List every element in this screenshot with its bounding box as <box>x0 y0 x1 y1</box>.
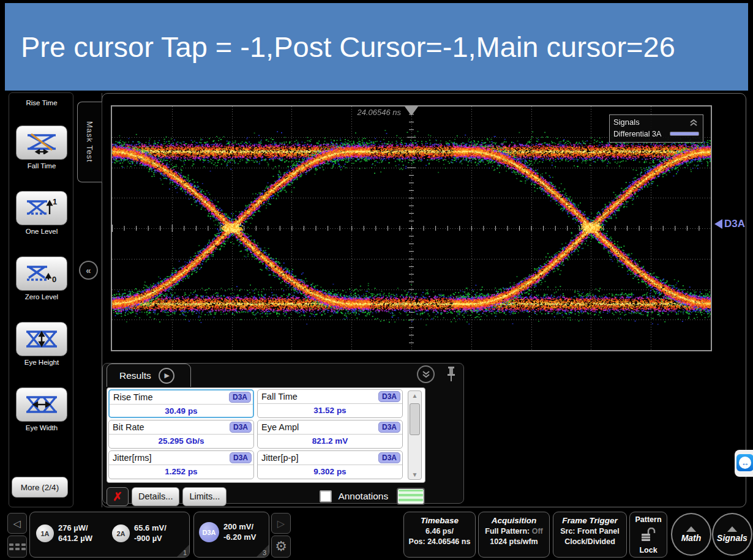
acquisition-points: 1024 pts/wfm <box>479 537 549 546</box>
oscilloscope-screen: Pre cursor Tap = -1,Post Cursor=-1,Main … <box>0 0 753 560</box>
remote-access-flyout[interactable]: ↔ <box>735 450 753 477</box>
channel-marker-label: D3A <box>724 218 745 230</box>
channel-status-panel-2[interactable]: D3A 200 mV/ -6.20 mV 3 <box>193 512 269 558</box>
tab-results[interactable]: Results ▶ <box>107 364 191 387</box>
one-level-icon: 1 <box>24 196 59 220</box>
run-measurements-button[interactable]: ▶ <box>159 368 174 384</box>
sidebar-item-eye-width[interactable]: Eye Width <box>9 387 74 431</box>
zero-level-icon: 0 <box>24 262 59 285</box>
play-icon: ▶ <box>164 371 169 379</box>
source-badge: D3A <box>230 452 252 463</box>
channel-d3a-status[interactable]: D3A 200 mV/ -6.20 mV <box>199 522 256 543</box>
measurement-value: 1.252 ps <box>109 465 253 479</box>
measurement-name: Eye Ampl <box>261 422 299 432</box>
measurement-value: 25.295 Gb/s <box>109 435 253 448</box>
fall-time-button[interactable] <box>16 125 67 160</box>
eye-diagram-plot[interactable]: 24.06546 ns Signals Differential 3A <box>111 105 712 351</box>
panel-page-number: 3 <box>263 549 266 556</box>
pattern-lock-button[interactable]: Pattern Lock <box>629 512 667 558</box>
measurement-cell-fall-time[interactable]: Fall TimeD3A 31.52 ps <box>257 389 403 418</box>
channel-level-marker[interactable]: D3A <box>714 218 745 230</box>
source-badge: D3A <box>378 422 400 433</box>
measurement-cell-rise-time[interactable]: Rise TimeD3A 30.49 ps <box>108 389 254 418</box>
channel-scale: 200 mV/ <box>223 522 253 531</box>
channel-2a-icon[interactable]: 2A <box>112 525 130 542</box>
zero-level-button[interactable]: 0 <box>16 256 67 291</box>
channel-1a-icon[interactable]: 1A <box>36 525 54 542</box>
channel-d3a-icon[interactable]: D3A <box>199 522 219 542</box>
scroll-channels-right-button[interactable]: ▷ <box>271 513 291 534</box>
scroll-up-icon[interactable]: ▲ <box>408 392 421 399</box>
details-button[interactable]: Details... <box>132 487 179 506</box>
sidebar-item-label: Eye Width <box>9 424 74 431</box>
measurement-name: Fall Time <box>261 392 298 401</box>
source-badge: D3A <box>229 392 251 403</box>
delete-measurement-button[interactable]: ✗ <box>107 487 129 506</box>
annotations-checkbox[interactable] <box>320 490 332 502</box>
measurement-value: 9.302 ps <box>258 465 402 479</box>
channel-scale: 276 µW/ <box>58 523 88 532</box>
results-grid: Rise TimeD3A 30.49 ps Fall TimeD3A 31.52… <box>107 387 425 483</box>
source-badge: D3A <box>230 422 252 433</box>
limits-button[interactable]: Limits... <box>182 487 227 506</box>
measurement-name: Jitter[p-p] <box>261 453 298 463</box>
signals-legend[interactable]: Signals Differential 3A <box>609 114 703 143</box>
lock-open-icon <box>640 528 656 542</box>
measurement-name: Rise Time <box>113 392 152 402</box>
scroll-down-icon[interactable]: ▼ <box>408 471 421 478</box>
settings-button[interactable]: ⚙ <box>271 536 291 558</box>
tab-mask-test[interactable]: Mask Test <box>77 102 102 182</box>
sidebar-item-one-level[interactable]: 1 One Level <box>9 191 74 235</box>
math-menu-button[interactable]: Math <box>671 513 711 556</box>
full-pattern-state: Off <box>532 527 543 536</box>
signals-menu-button[interactable]: Signals <box>712 513 752 556</box>
results-scrollbar[interactable]: ▲ ▼ <box>408 390 422 480</box>
sidebar-item-label: Fall Time <box>9 162 74 170</box>
sidebar-item-label: Eye Height <box>9 359 74 366</box>
eye-diagram-canvas[interactable] <box>112 106 711 350</box>
source-badge: D3A <box>378 391 400 402</box>
pin-icon[interactable] <box>446 366 456 382</box>
eye-width-button[interactable] <box>16 387 67 422</box>
sidebar-collapse-button[interactable]: « <box>79 261 98 280</box>
timebase-marker-icon[interactable] <box>405 106 418 116</box>
timebase-panel[interactable]: Timebase 6.46 ps/ Pos: 24.06546 ns <box>403 512 476 558</box>
acquisition-title: Acquisition <box>479 516 549 525</box>
scroll-channels-left-button[interactable]: ◁ <box>7 513 27 534</box>
svg-text:0: 0 <box>52 275 56 284</box>
measurement-cell-bit-rate[interactable]: Bit RateD3A 25.295 Gb/s <box>108 420 254 449</box>
scrollbar-thumb[interactable] <box>410 403 420 435</box>
timebase-position: Pos: 24.06546 ns <box>404 537 475 546</box>
sidebar-item-label: One Level <box>9 228 74 235</box>
fall-time-icon <box>24 131 59 154</box>
frame-trigger-mode: Clock/Divided <box>553 537 626 546</box>
more-measurements-button[interactable]: More (2/4) <box>12 477 68 498</box>
sidebar-item-zero-level[interactable]: 0 Zero Level <box>9 256 74 301</box>
sidebar-item-eye-height[interactable]: Eye Height <box>9 322 74 366</box>
frame-trigger-panel[interactable]: Frame Trigger Src: Front Panel Clock/Div… <box>553 512 627 558</box>
channel-grid-button[interactable] <box>7 536 27 558</box>
frame-trigger-title: Frame Trigger <box>553 516 626 525</box>
results-panel: Results ▶ Rise TimeD3A 30.49 ps <box>102 363 464 504</box>
triangle-left-icon: ◁ <box>13 518 21 529</box>
results-collapse-button[interactable] <box>417 365 435 383</box>
timebase-title: Timebase <box>404 516 475 525</box>
gear-icon: ⚙ <box>275 539 287 554</box>
sidebar-item-fall-time[interactable]: Fall Time <box>9 125 74 170</box>
chevron-up-double-icon[interactable] <box>688 118 699 127</box>
measurement-cell-eye-ampl[interactable]: Eye AmplD3A 821.2 mV <box>257 420 403 449</box>
eye-height-button[interactable] <box>16 322 67 356</box>
channel-2a-status[interactable]: 2A 65.6 mV/ -900 µV <box>112 523 167 544</box>
source-badge: D3A <box>378 452 400 463</box>
measurement-cell-jitter-pp[interactable]: Jitter[p-p]D3A 9.302 ps <box>257 450 403 479</box>
one-level-button[interactable]: 1 <box>16 191 67 225</box>
channel-1a-status[interactable]: 1A 276 µW/ 641.2 µW <box>36 523 92 544</box>
measurement-cell-jitter-rms[interactable]: Jitter[rms]D3A 1.252 ps <box>108 450 254 479</box>
marker-triangle-icon <box>714 219 722 229</box>
annotation-style-button[interactable] <box>397 488 425 505</box>
channel-status-panel-1[interactable]: 1A 276 µW/ 641.2 µW 2A 65.6 mV/ -900 µV … <box>29 512 190 558</box>
teamviewer-icon[interactable]: ↔ <box>736 454 753 471</box>
sidebar-item-rise-time[interactable]: Rise Time <box>9 97 74 106</box>
annotations-label: Annotations <box>338 491 388 502</box>
acquisition-panel[interactable]: Acquisition Full Pattern: Off 1024 pts/w… <box>478 512 550 558</box>
